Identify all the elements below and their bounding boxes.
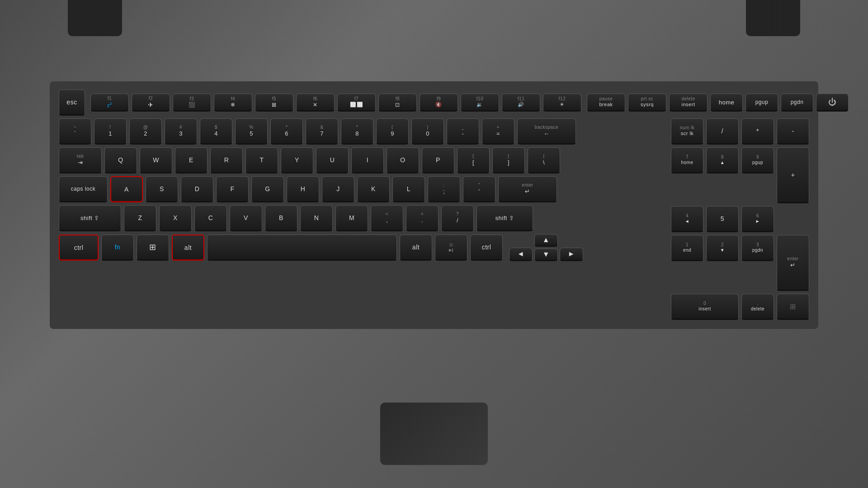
key-num-minus[interactable]: - [777,118,809,145]
key-k[interactable]: K [357,176,390,202]
key-7[interactable]: &7 [306,118,338,145]
key-r[interactable]: R [210,147,243,174]
key-f10[interactable]: f10🔉 [461,94,499,112]
key-s[interactable]: S [146,176,178,202]
key-num9[interactable]: 9pgup [741,147,774,174]
key-x[interactable]: X [159,205,192,231]
key-8[interactable]: *8 [341,118,373,145]
key-semicolon[interactable]: :; [428,176,460,202]
key-f3[interactable]: f3⬛ [173,94,211,112]
key-num2[interactable]: 2▼ [706,235,739,261]
key-num7[interactable]: 7home [671,147,703,174]
key-num4[interactable]: 4◄ [671,206,703,232]
key-comma[interactable]: <, [371,205,403,231]
key-z[interactable]: Z [124,205,156,231]
key-h[interactable]: H [287,176,319,202]
key-rbracket[interactable]: }] [492,147,525,174]
key-3[interactable]: #3 [165,118,197,145]
key-f4[interactable]: f4❄ [214,94,252,112]
key-9[interactable]: (9 [376,118,409,145]
key-f[interactable]: F [216,176,249,202]
key-l[interactable]: L [392,176,425,202]
key-equals[interactable]: += [482,118,514,145]
key-num6[interactable]: 6► [741,206,774,232]
key-f7[interactable]: f7⬜⬜ [337,94,376,112]
key-prtsc[interactable]: prt scsysrq [628,94,666,112]
key-arrow-down[interactable]: ▼ [534,249,558,261]
key-tab[interactable]: tab⇥ [59,147,102,174]
key-num8[interactable]: 8▲ [706,147,739,174]
key-arrow-left[interactable]: ◄ [509,248,533,261]
key-lbracket[interactable]: {[ [457,147,490,174]
key-backtick[interactable]: ~` [59,118,91,145]
key-quote[interactable]: "' [463,176,495,202]
key-power[interactable]: ⏻ [816,94,849,112]
key-arrow-right[interactable]: ► [560,248,583,261]
key-backslash[interactable]: |\ [528,147,560,174]
key-n[interactable]: N [300,205,333,231]
key-f1[interactable]: f1zz [90,94,129,112]
key-shift-left[interactable]: shift ⇧ [59,205,121,231]
key-d[interactable]: D [181,176,213,202]
key-num5[interactable]: 5 [706,206,739,232]
key-delete[interactable]: deleteinsert [669,94,708,112]
key-m[interactable]: M [335,205,368,231]
key-numlock[interactable]: num lkscr lk [671,118,703,145]
key-f2[interactable]: f2✈ [132,94,170,112]
touchpad[interactable] [380,402,488,465]
key-f11[interactable]: f11🔊 [502,94,540,112]
key-f12[interactable]: f12☀ [543,94,581,112]
key-e[interactable]: E [175,147,208,174]
key-ctrl-right[interactable]: ctrl [470,235,503,261]
key-ctrl-left[interactable]: ctrl [59,235,99,261]
key-alt-left[interactable]: alt [172,235,204,261]
key-shift-right[interactable]: shift ⇧ [476,205,533,231]
key-menu[interactable]: ⊡ ▶‖ [435,235,467,261]
key-i[interactable]: I [351,147,384,174]
key-0[interactable]: )0 [411,118,444,145]
key-capslock[interactable]: caps lock [59,176,108,202]
key-num-calc[interactable]: ⊞ [777,294,809,320]
key-home[interactable]: home [710,94,743,112]
key-fn[interactable]: fn [101,235,134,261]
key-g[interactable]: G [251,176,284,202]
key-pgdn[interactable]: pgdn [781,94,813,112]
key-num-enter[interactable]: enter↵ [777,235,809,291]
key-period[interactable]: >. [406,205,439,231]
key-1[interactable]: !1 [94,118,127,145]
key-num1[interactable]: 1end [671,235,703,261]
key-pause[interactable]: pausebreak [587,94,625,112]
key-w[interactable]: W [140,147,172,174]
key-num-multiply[interactable]: * [741,118,774,145]
key-6[interactable]: ^6 [270,118,303,145]
key-arrow-up[interactable]: ▲ [534,234,558,247]
key-5[interactable]: %5 [235,118,268,145]
key-num3[interactable]: 3pgdn [741,235,774,261]
key-f8[interactable]: f8⊡ [378,94,417,112]
key-esc[interactable]: esc [59,89,85,116]
key-num-divide[interactable]: / [706,118,739,145]
key-t[interactable]: T [245,147,278,174]
key-o[interactable]: O [387,147,419,174]
key-j[interactable]: J [322,176,354,202]
key-f5[interactable]: f5⊠ [255,94,293,112]
key-num0[interactable]: 0insert [671,294,739,320]
key-slash[interactable]: ?/ [441,205,474,231]
key-windows[interactable]: ⊞ [137,235,169,261]
key-u[interactable]: U [316,147,349,174]
key-y[interactable]: Y [281,147,313,174]
key-f6[interactable]: f6✕ [296,94,335,112]
key-v[interactable]: V [230,205,262,231]
key-a[interactable]: A [110,176,143,202]
key-num-plus[interactable]: + [777,147,809,203]
key-p[interactable]: P [422,147,454,174]
key-c[interactable]: C [194,205,227,231]
key-pgup[interactable]: pgup [745,94,778,112]
key-alt-right[interactable]: alt [400,235,432,261]
key-f9[interactable]: f9🔇 [420,94,458,112]
key-backspace[interactable]: backspace← [517,118,576,145]
key-minus[interactable]: _- [447,118,479,145]
key-num-decimal[interactable]: .delete [741,294,774,320]
key-enter[interactable]: enter↵ [498,176,557,202]
key-b[interactable]: B [265,205,297,231]
